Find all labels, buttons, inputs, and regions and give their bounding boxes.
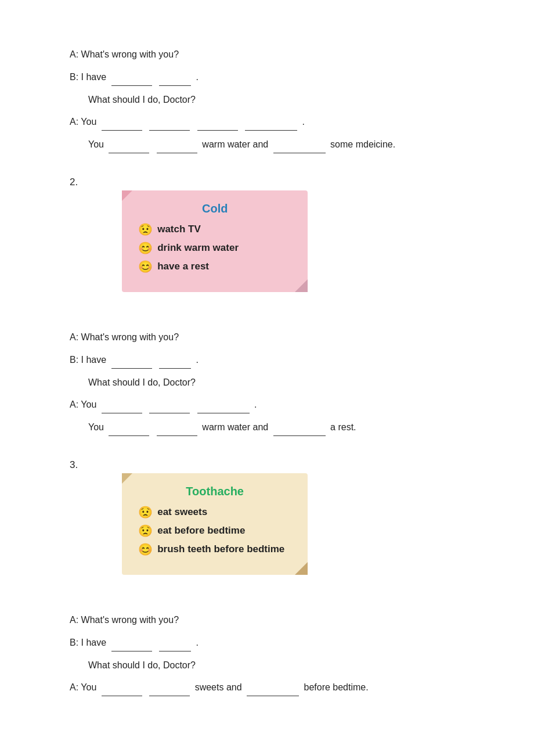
blank-a4s-1: [109, 435, 149, 436]
blank-a6-2: [149, 696, 190, 696]
dialogue-line-b3: B: I have .: [70, 635, 464, 651]
card-cold: Cold 😟 watch TV 😊 drink warm water 😊 hav…: [122, 190, 308, 292]
blank-b3-1: [111, 651, 152, 651]
card-toothache-item-3-text: brush teeth before bedtime: [157, 543, 284, 555]
card-toothache-title: Toothache: [138, 485, 291, 498]
dialogue-line-a2-sub: You warm water and some mdeicine.: [88, 136, 464, 153]
card-toothache-item-2-text: eat before bedtime: [157, 525, 245, 537]
blank-a4-3: [197, 413, 250, 413]
blank-a2-3: [197, 130, 238, 131]
blank-a2-1: [102, 130, 142, 131]
card-peach-body: Toothache 😟 eat sweets 😟 eat before bedt…: [122, 473, 308, 575]
card-cold-item-2: 😊 drink warm water: [138, 241, 291, 255]
card-toothache-item-1-text: eat sweets: [157, 506, 207, 518]
dialogue-line-a5: A: What's wrong with you?: [70, 612, 464, 629]
smile-emoji-3: 😊: [138, 542, 153, 556]
smile-emoji-1: 😊: [138, 241, 153, 255]
dialogue-section-2: A: What's wrong with you? B: I have . Wh…: [70, 329, 464, 436]
card-pink-body: Cold 😟 watch TV 😊 drink warm water 😊 hav…: [122, 190, 308, 292]
dialogue-line-a4: A: You .: [70, 397, 464, 413]
dialogue-line-a4-sub: You warm water and a rest.: [88, 419, 464, 436]
dialogue-line-b1-sub: What should I do, Doctor?: [88, 92, 464, 109]
blank-a6-1: [102, 696, 142, 696]
blank-a4-1: [102, 413, 142, 413]
dialogue-line-a6: A: You sweets and before bedtime.: [70, 679, 464, 696]
dialogue-line-b2: B: I have .: [70, 352, 464, 369]
card-cold-item-1: 😟 watch TV: [138, 222, 291, 236]
blank-a2-4: [245, 130, 297, 131]
blank-a6-3: [247, 696, 299, 696]
dialogue-line-b3-sub: What should I do, Doctor?: [88, 657, 464, 674]
blank-b1-1: [111, 85, 152, 86]
blank-b1-2: [159, 85, 191, 86]
card-corner-fold: [295, 279, 308, 292]
sad-emoji-1: 😟: [138, 222, 153, 236]
card-toothache: Toothache 😟 eat sweets 😟 eat before bedt…: [122, 473, 308, 575]
blank-a4s-3: [273, 435, 326, 436]
dialogue-line-b1: B: I have .: [70, 69, 464, 86]
card-number-3: 3.: [70, 459, 78, 471]
blank-a2s-3: [273, 153, 326, 153]
dialogue-line-a2: A: You .: [70, 114, 464, 131]
card-section-cold: 2. Cold 😟 watch TV 😊 drink warm water 😊 …: [70, 174, 464, 308]
dialogue-section-3: A: What's wrong with you? B: I have . Wh…: [70, 612, 464, 696]
blank-b2-1: [111, 368, 152, 369]
speaker-b1: B: I have: [70, 72, 106, 82]
blank-b3-2: [159, 651, 191, 651]
card-peach-corner-fold: [295, 562, 308, 575]
blank-b2-2: [159, 368, 191, 369]
card-number-2: 2.: [70, 177, 78, 188]
card-cold-item-3-text: have a rest: [157, 261, 209, 272]
blank-a2s-1: [109, 153, 149, 153]
sad-emoji-2: 😟: [138, 505, 153, 519]
speaker-a1: A: What's wrong with you?: [70, 49, 179, 59]
dialogue-line-b2-sub: What should I do, Doctor?: [88, 375, 464, 391]
card-toothache-item-1: 😟 eat sweets: [138, 505, 291, 519]
card-top-fold: [122, 190, 132, 201]
blank-a2-2: [149, 130, 190, 131]
smile-emoji-2: 😊: [138, 260, 153, 273]
card-cold-item-1-text: watch TV: [157, 224, 201, 235]
dialogue-line-a3: A: What's wrong with you?: [70, 329, 464, 346]
card-cold-title: Cold: [138, 202, 291, 215]
card-toothache-item-3: 😊 brush teeth before bedtime: [138, 542, 291, 556]
blank-a4s-2: [157, 435, 197, 436]
card-cold-item-3: 😊 have a rest: [138, 260, 291, 273]
card-peach-top-fold: [122, 473, 132, 484]
sad-emoji-3: 😟: [138, 524, 153, 538]
dialogue-line-a1: A: What's wrong with you?: [70, 46, 464, 63]
blank-a4-2: [149, 413, 190, 413]
blank-a2s-2: [157, 153, 197, 153]
dialogue-section-1: A: What's wrong with you? B: I have . Wh…: [70, 46, 464, 153]
card-toothache-item-2: 😟 eat before bedtime: [138, 524, 291, 538]
card-section-toothache: 3. Toothache 😟 eat sweets 😟 eat before b…: [70, 457, 464, 591]
card-cold-item-2-text: drink warm water: [157, 242, 239, 254]
